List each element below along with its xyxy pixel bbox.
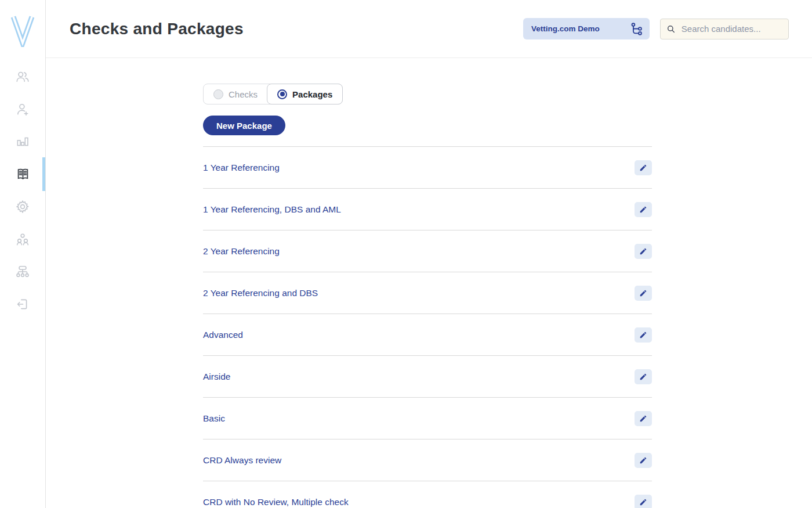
edit-pencil-icon (639, 373, 647, 381)
sidebar-item-candidates[interactable] (0, 60, 45, 93)
package-row: 2 Year Referencing (203, 230, 652, 272)
sidebar-item-add-candidate[interactable] (0, 93, 45, 125)
edit-package-button[interactable] (635, 160, 652, 175)
edit-pencil-icon (639, 164, 647, 172)
sidebar-item-reports[interactable] (0, 125, 45, 158)
toggle-option-checks[interactable]: Checks (204, 84, 267, 104)
gear-icon (15, 199, 30, 214)
view-toggle: Checks Packages (203, 84, 343, 105)
book-icon (15, 167, 31, 182)
sidebar-item-settings[interactable] (0, 190, 45, 223)
edit-package-button[interactable] (635, 202, 652, 217)
package-row: 2 Year Referencing and DBS (203, 272, 652, 314)
logo-v-icon (9, 13, 36, 47)
edit-package-button[interactable] (635, 327, 652, 343)
package-link[interactable]: CRD Always review (203, 455, 281, 466)
package-link[interactable]: 1 Year Referencing, DBS and AML (203, 204, 341, 215)
toggle-option-packages[interactable]: Packages (267, 84, 343, 105)
edit-pencil-icon (639, 456, 647, 464)
main-column: Checks and Packages Vetting.com Demo (46, 0, 812, 508)
package-row: Advanced (203, 314, 652, 356)
edit-package-button[interactable] (635, 453, 652, 468)
user-plus-icon (15, 102, 30, 117)
package-row: CRD with No Review, Multiple check (203, 481, 652, 508)
sidebar-item-team[interactable] (0, 223, 45, 255)
package-link[interactable]: Airside (203, 372, 230, 382)
edit-pencil-icon (639, 415, 647, 423)
edit-package-button[interactable] (635, 286, 652, 301)
sidebar-nav (0, 60, 45, 320)
header: Checks and Packages Vetting.com Demo (46, 0, 812, 58)
bar-chart-icon (15, 134, 30, 149)
page-title: Checks and Packages (70, 20, 244, 38)
toggle-packages-label: Packages (292, 89, 332, 99)
app-logo[interactable] (0, 0, 45, 60)
edit-pencil-icon (639, 331, 647, 339)
search-input[interactable] (680, 23, 782, 34)
package-row: 1 Year Referencing (203, 147, 652, 189)
main-content: Checks Packages New Package 1 Year Refer… (46, 58, 812, 508)
package-row: Airside (203, 356, 652, 398)
package-list: 1 Year Referencing 1 Year Referencing, D… (203, 146, 652, 508)
account-chip[interactable]: Vetting.com Demo (523, 18, 650, 39)
edit-package-button[interactable] (635, 369, 652, 384)
account-chip-label: Vetting.com Demo (531, 24, 600, 33)
sidebar (0, 0, 46, 508)
package-row: CRD Always review (203, 439, 652, 481)
sidebar-item-checks-and-packages[interactable] (0, 158, 45, 190)
search-icon (666, 24, 676, 34)
package-row: Basic (203, 398, 652, 439)
users-icon (15, 69, 30, 84)
package-row: 1 Year Referencing, DBS and AML (203, 189, 652, 230)
package-link[interactable]: 1 Year Referencing (203, 163, 280, 173)
package-link[interactable]: Advanced (203, 330, 243, 340)
edit-pencil-icon (639, 498, 647, 506)
edit-pencil-icon (639, 247, 647, 255)
search-box (660, 19, 789, 39)
package-link[interactable]: 2 Year Referencing and DBS (203, 288, 318, 298)
toggle-checks-label: Checks (229, 89, 258, 99)
sidebar-item-hierarchy[interactable] (0, 255, 45, 288)
edit-pencil-icon (639, 206, 647, 214)
sidebar-item-logout[interactable] (0, 288, 45, 320)
new-package-button[interactable]: New Package (203, 116, 285, 135)
app-root: Checks and Packages Vetting.com Demo (0, 0, 812, 508)
package-link[interactable]: CRD with No Review, Multiple check (203, 497, 349, 507)
package-link[interactable]: Basic (203, 413, 225, 424)
team-icon (15, 232, 30, 247)
logout-icon (15, 297, 30, 312)
edit-package-button[interactable] (635, 495, 652, 508)
git-branch-icon (629, 22, 643, 36)
radio-checked-icon (277, 89, 287, 99)
package-link[interactable]: 2 Year Referencing (203, 246, 280, 257)
edit-package-button[interactable] (635, 411, 652, 426)
edit-package-button[interactable] (635, 244, 652, 259)
sitemap-icon (15, 264, 30, 279)
radio-unchecked-icon (213, 89, 223, 99)
edit-pencil-icon (639, 289, 647, 297)
